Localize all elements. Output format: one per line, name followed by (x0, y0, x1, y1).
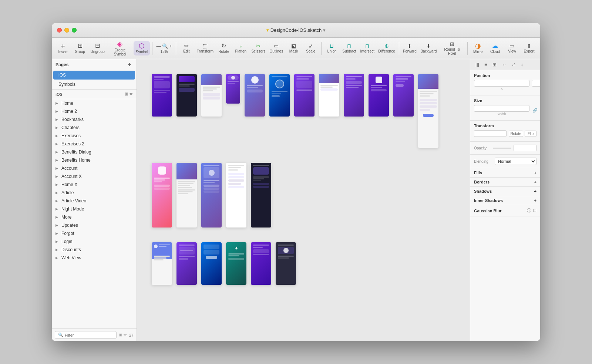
filter-input[interactable] (65, 333, 113, 337)
borders-add-icon[interactable]: + (534, 180, 536, 184)
artboard-22[interactable] (251, 242, 271, 285)
shadows-add-icon[interactable]: + (534, 189, 536, 193)
shadows-section[interactable]: Shadows + (470, 187, 540, 196)
artboard-17[interactable] (251, 163, 271, 228)
layer-home-x[interactable]: ▶ Home X (52, 181, 137, 189)
inspector-tab-up[interactable]: ↕ (519, 61, 526, 68)
layer-chapters[interactable]: ▶ Chapters (52, 124, 137, 132)
inner-shadows-add-icon[interactable]: + (534, 198, 536, 203)
mask-button[interactable]: ⬕ Mask (286, 42, 302, 55)
minimize-button[interactable] (64, 28, 69, 33)
artboard-10[interactable] (369, 74, 389, 117)
layer-bookmarks[interactable]: ▶ Bookmarks (52, 115, 137, 124)
layer-night-mode[interactable]: ▶ Night Mode (52, 205, 137, 213)
filter-copy-icon[interactable]: ⊞ (119, 333, 122, 337)
edit-button[interactable]: ✏ Edit (178, 42, 195, 55)
layer-exercises[interactable]: ▶ Exercises (52, 132, 137, 140)
union-button[interactable]: ⊔ Union (324, 42, 340, 55)
scissors-button[interactable]: ✂ Scissors (250, 42, 267, 55)
layer-benefits-home[interactable]: ▶ Benefits Home (52, 156, 137, 164)
canvas[interactable]: ✦ (137, 59, 470, 341)
subtract-button[interactable]: ⊓ Subtract (341, 42, 358, 55)
rotate-button[interactable]: Rotate (509, 131, 523, 137)
artboard-1[interactable] (152, 74, 172, 117)
artboard-20[interactable] (201, 242, 222, 285)
difference-button[interactable]: ⊕ Difference (377, 42, 396, 55)
flip-button[interactable]: Flip (525, 131, 536, 137)
inspector-tab-mirror[interactable]: ⇌ (509, 61, 518, 68)
create-symbol-button[interactable]: ◈ Create Symbol (107, 39, 133, 58)
artboard-4[interactable] (226, 74, 240, 104)
fills-section[interactable]: Fills + (470, 168, 540, 178)
inner-shadows-section[interactable]: Inner Shadows + (470, 196, 540, 205)
maximize-button[interactable] (72, 28, 77, 33)
export-button[interactable]: ⬆ Export (521, 42, 537, 55)
ungroup-button[interactable]: ⊟ Ungroup (89, 41, 106, 55)
zoom-plus-icon[interactable]: + (169, 43, 172, 49)
artboard-15[interactable] (201, 163, 222, 228)
artboard-2[interactable] (176, 74, 197, 117)
rotate-input[interactable] (474, 130, 507, 137)
artboard-19[interactable] (176, 242, 197, 285)
round-to-pixel-button[interactable]: ⊞ Round To Pixel (439, 40, 465, 57)
artboard-7[interactable] (294, 74, 314, 117)
layer-home2[interactable]: ▶ Home 2 (52, 107, 137, 115)
width-input[interactable] (474, 105, 529, 112)
layer-more[interactable]: ▶ More (52, 213, 137, 221)
opacity-input[interactable] (514, 145, 536, 151)
forward-button[interactable]: ⬆ Forward (401, 42, 418, 55)
borders-section[interactable]: Borders + (470, 178, 540, 187)
opacity-slider[interactable] (493, 148, 511, 149)
backward-button[interactable]: ⬇ Backward (419, 42, 438, 55)
y-input[interactable] (532, 80, 540, 87)
layer-login[interactable]: ▶ Login (52, 237, 137, 246)
gaussian-toggle-icon[interactable]: ◻ (533, 208, 536, 214)
artboard-21[interactable]: ✦ (226, 242, 246, 285)
layers-grid-icon[interactable]: ⊞ (125, 92, 128, 97)
fills-add-icon[interactable]: + (534, 171, 536, 175)
layer-benefits-dialog[interactable]: ▶ Benefits Dialog (52, 148, 137, 156)
layer-updates[interactable]: ▶ Updates (52, 221, 137, 229)
close-button[interactable] (57, 28, 62, 33)
layer-account[interactable]: ▶ Account (52, 164, 137, 172)
artboard-3[interactable] (201, 74, 222, 117)
artboard-18[interactable] (152, 242, 172, 285)
inspector-tab-align[interactable]: ||| (473, 61, 481, 68)
view-button[interactable]: ▭ View (504, 42, 520, 55)
artboard-16[interactable] (226, 163, 246, 228)
blending-select[interactable]: Normal Multiply Screen (495, 158, 536, 165)
artboard-14[interactable] (176, 163, 197, 228)
layer-article[interactable]: ▶ Article (52, 189, 137, 197)
x-input[interactable] (474, 80, 529, 87)
rotate-button[interactable]: ↻ Rotate (216, 41, 232, 55)
layer-account-x[interactable]: ▶ Account X (52, 172, 137, 181)
layer-exercises2[interactable]: ▶ Exercises 2 (52, 140, 137, 148)
mirror-button[interactable]: ◑ Mirror (470, 41, 486, 55)
flatten-button[interactable]: ⬦ Flatten (233, 42, 249, 55)
page-item-ios[interactable]: iOS (53, 71, 135, 80)
symbol-button[interactable]: ⬡ Symbol (134, 41, 150, 55)
inspector-tab-arrows[interactable]: ↔ (500, 61, 509, 68)
layer-discounts[interactable]: ▶ Discounts (52, 246, 137, 254)
zoom-control[interactable]: — 🔍 + 13% (155, 42, 174, 55)
inspector-tab-list[interactable]: ≡ (482, 61, 490, 68)
zoom-minus-icon[interactable]: — (156, 43, 161, 49)
outlines-button[interactable]: ▭ Outlines (268, 42, 285, 55)
artboard-8[interactable] (319, 74, 339, 117)
artboard-6[interactable] (269, 74, 290, 117)
artboard-9[interactable] (344, 74, 364, 117)
layers-edit-icon[interactable]: ✏ (130, 92, 133, 97)
inspector-tab-grid[interactable]: ⊞ (490, 61, 499, 68)
transform-button[interactable]: ⬚ Transform (195, 42, 215, 55)
link-icon[interactable]: 🔗 (532, 108, 538, 113)
filter-edit-icon[interactable]: ✏ (124, 333, 127, 337)
layer-article-video[interactable]: ▶ Article Video (52, 197, 137, 205)
intersect-button[interactable]: ⊓ Intersect (359, 42, 376, 55)
artboard-23[interactable] (276, 242, 296, 285)
page-item-symbols[interactable]: Symbols (53, 80, 135, 89)
scale-button[interactable]: ⤢ Scale (303, 42, 319, 55)
group-button[interactable]: ⊞ Group (72, 41, 88, 55)
insert-button[interactable]: ＋ Insert (55, 41, 71, 55)
layer-forgot[interactable]: ▶ Forgot (52, 229, 137, 237)
layer-web-view[interactable]: ▶ Web View (52, 254, 137, 262)
